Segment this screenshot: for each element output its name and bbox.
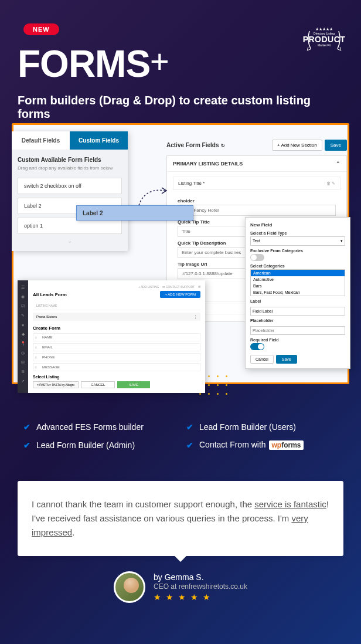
create-form-title: Create Form (33, 326, 200, 331)
contact-support-link[interactable]: ✉ CONTACT SUPPORT (162, 285, 195, 289)
drag-arrow (136, 182, 171, 208)
field-item[interactable]: switch 2 checkbox on off (18, 178, 122, 194)
tab-custom-fields[interactable]: Custom Fields (70, 131, 128, 150)
sidebar-icon[interactable]: ⚙ (18, 367, 28, 377)
nf-placeholder-label: Placeholder (250, 318, 345, 323)
sidebar-icon[interactable]: ◆ (18, 330, 28, 339)
category-option[interactable]: American (251, 270, 345, 276)
add-listing-link[interactable]: + ADD LISTING (138, 285, 159, 289)
admin-leads-panel: ☰ ◉ ☑ ✎ ♥ ◆ 📍 ◷ ✉ ⚙ ↗ + ADD LISTING ✉ CO… (18, 280, 205, 393)
sidebar-icon[interactable]: 📍 (18, 339, 28, 348)
listing-tag[interactable]: × PASTA × PASTA by Allegro (33, 381, 79, 388)
active-title: Active Form Fields↻ (166, 142, 225, 148)
delete-icon[interactable]: 🗑 (326, 181, 331, 185)
required-label: Required Field (250, 338, 345, 342)
nf-placeholder-input[interactable] (250, 326, 345, 335)
refresh-icon[interactable]: ↻ (221, 143, 225, 148)
admin-save-button[interactable]: SAVE (117, 381, 150, 388)
label-label: Label (250, 299, 345, 303)
feature-text: Advanced FES Forms builder (36, 422, 144, 432)
listing-title-field[interactable]: Listing Title * (178, 181, 205, 186)
dragging-field[interactable]: Label 2 (76, 205, 193, 221)
table-row[interactable]: Pasta Sisters (36, 315, 57, 318)
category-list[interactable]: American Automotive Bars Bars, Fast Food… (250, 269, 345, 296)
page-subtitle: Form builders (Drag & Drop) to create cu… (18, 94, 343, 121)
sidebar-icon[interactable]: ♥ (18, 320, 28, 330)
testimonial-card: I cannot thank the team in customer supp… (18, 481, 343, 556)
placeholder-input[interactable]: ple & Fancy Hotel (178, 205, 336, 216)
new-badge: NEW (23, 23, 59, 35)
table-header: LISTING NAME (36, 304, 57, 307)
sidebar-icon[interactable]: ☑ (18, 301, 28, 311)
add-new-form-button[interactable]: + ADD NEW FORM (160, 291, 200, 298)
category-option[interactable]: Bars (251, 283, 345, 289)
placeholder-label: eholder (178, 198, 336, 204)
form-field-row[interactable]: ≡PHONE (33, 353, 200, 361)
feature-text: Lead Form Builder (Admin) (36, 440, 135, 450)
exclusive-label: Exclusive From Categories (250, 249, 345, 253)
add-section-button[interactable]: + Add New Section (272, 140, 322, 151)
testimonial-text: I cannot thank the team in customer supp… (32, 497, 329, 540)
author-name: by Gemma S. (154, 572, 247, 582)
field-type-select[interactable]: Text▾ (250, 236, 345, 246)
sidebar-icon[interactable]: ↗ (18, 377, 28, 386)
sidebar-icon[interactable]: ◷ (18, 348, 28, 358)
author-role: CEO at renfrewshiretots.co.uk (154, 582, 247, 591)
admin-sidebar: ☰ ◉ ☑ ✎ ♥ ◆ 📍 ◷ ✉ ⚙ ↗ (18, 280, 28, 393)
category-option[interactable]: Automotive (251, 276, 345, 283)
features-grid: ✔Advanced FES Forms builder ✔Lead Form B… (23, 422, 338, 450)
edit-icon[interactable]: ✎ (332, 181, 335, 185)
tab-default-fields[interactable]: Default Fields (12, 131, 70, 150)
avatar (114, 571, 145, 603)
check-icon: ✔ (186, 422, 193, 432)
wpforms-logo: wpforms (269, 440, 303, 450)
feature-text: Contact From with wpforms (199, 440, 304, 450)
new-field-panel: New Field Select a Field Type Text▾ Excl… (245, 217, 350, 369)
label-input[interactable] (250, 307, 345, 316)
section-title: PRIMARY LISTING DETAILS (173, 161, 243, 167)
panel-title: Custom Available Form Fields (18, 157, 122, 163)
required-toggle[interactable] (250, 343, 264, 350)
testimonial-author: by Gemma S. CEO at renfrewshiretots.co.u… (114, 571, 247, 603)
menu-icon[interactable]: ☰ (198, 285, 200, 289)
form-field-row[interactable]: ≡MESSAGE (33, 363, 200, 371)
admin-cancel-button[interactable]: CANCEL (81, 381, 115, 388)
sidebar-icon[interactable]: ◉ (18, 292, 28, 301)
sidebar-icon[interactable]: ✎ (18, 311, 28, 320)
form-field-row[interactable]: ≡NAME (33, 333, 200, 341)
panel-desc: Drag and drop any available fields from … (18, 165, 122, 171)
admin-title: All Leads Form (33, 292, 67, 297)
nf-cancel-button[interactable]: Cancel (250, 355, 274, 364)
sidebar-icon[interactable]: ☰ (18, 283, 28, 292)
custom-fields-panel: Default Fields Custom Fields Custom Avai… (12, 131, 128, 251)
collapse-icon[interactable]: ⌃ (336, 161, 340, 167)
star-rating: ★ ★ ★ ★ ★ (154, 592, 247, 602)
product-badge: ★★★★★ Directory Listing PRODUCT Market F… (304, 16, 345, 57)
nf-save-button[interactable]: Save (276, 355, 297, 364)
form-field-row[interactable]: ≡EMAIL (33, 343, 200, 351)
field-type-label: Select a Field Type (250, 231, 345, 235)
category-option[interactable]: Bars, Fast Food, Mexican (251, 289, 345, 296)
sidebar-icon[interactable]: ✉ (18, 358, 28, 367)
page-title: FORMS+ (18, 42, 169, 86)
select-listing-label: Select Listing (33, 375, 200, 379)
check-icon: ✔ (23, 440, 30, 450)
check-icon: ✔ (23, 422, 30, 432)
exclusive-toggle[interactable] (250, 254, 264, 261)
select-categories-label: Select Categories (250, 264, 345, 268)
check-icon: ✔ (186, 440, 193, 450)
feature-text: Lead Form Builder (Users) (199, 422, 296, 432)
new-field-title: New Field (250, 222, 345, 228)
save-button[interactable]: Save (325, 140, 347, 151)
